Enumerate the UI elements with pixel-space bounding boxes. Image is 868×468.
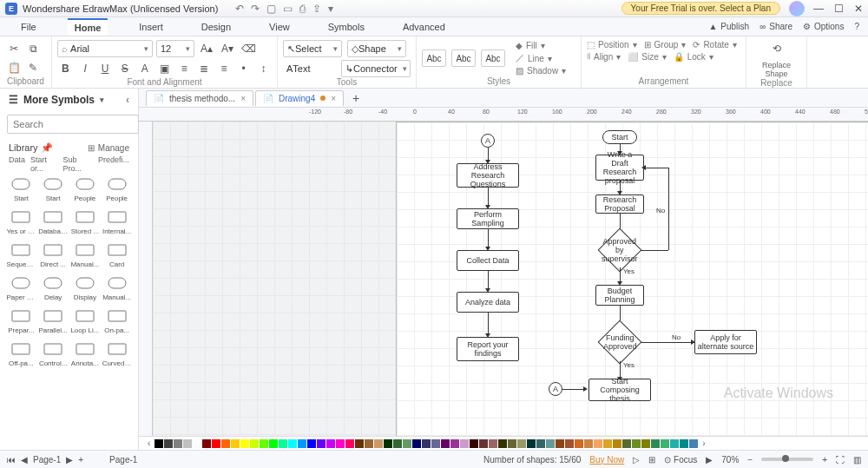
- color-swatch[interactable]: [221, 439, 230, 448]
- color-swatch[interactable]: [422, 439, 431, 448]
- shape-stencil[interactable]: Prepar...: [6, 308, 36, 334]
- color-swatch[interactable]: [479, 439, 488, 448]
- color-swatch[interactable]: [202, 439, 211, 448]
- hamburger-icon[interactable]: ☰: [9, 94, 18, 106]
- user-avatar[interactable]: [789, 1, 805, 16]
- add-page-icon[interactable]: +: [78, 455, 83, 465]
- publish-button[interactable]: ▲ Publish: [708, 22, 749, 31]
- shape-stencil[interactable]: Annota...: [70, 341, 100, 367]
- fill-button[interactable]: ◆ Fill ▾: [516, 41, 566, 50]
- color-swatch[interactable]: [326, 439, 335, 448]
- color-swatch[interactable]: [460, 439, 469, 448]
- color-swatch[interactable]: [680, 439, 688, 448]
- undo-icon[interactable]: ↶: [235, 3, 244, 15]
- align-button[interactable]: ⫴ Align▾: [587, 51, 621, 62]
- color-swatch[interactable]: [603, 439, 612, 448]
- select-tool-combo[interactable]: ↖ Select▾: [283, 40, 342, 57]
- color-swatch[interactable]: [403, 439, 411, 448]
- color-swatch[interactable]: [450, 439, 459, 448]
- play-icon[interactable]: ▶: [706, 455, 713, 465]
- color-swatch[interactable]: [279, 439, 287, 448]
- zoom-out-icon[interactable]: −: [747, 455, 753, 465]
- shape-stencil[interactable]: Off-pa...: [6, 341, 36, 367]
- decrease-font-icon[interactable]: A▾: [219, 40, 236, 57]
- shape-stencil[interactable]: Loop Li...: [70, 308, 100, 334]
- shape-stencil[interactable]: Start: [38, 176, 68, 202]
- open-icon[interactable]: ▭: [283, 3, 293, 15]
- present-icon[interactable]: ▷: [633, 455, 640, 465]
- collapse-sidebar-icon[interactable]: ‹: [126, 94, 129, 106]
- increase-font-icon[interactable]: A▴: [198, 40, 215, 57]
- color-swatch[interactable]: [212, 439, 220, 448]
- paste-icon[interactable]: 📋: [5, 59, 23, 76]
- size-button[interactable]: ⬜ Size▾: [628, 51, 666, 62]
- color-swatch[interactable]: [575, 439, 583, 448]
- font-color-icon[interactable]: A: [136, 60, 153, 77]
- manage-button[interactable]: ⊞ Manage: [88, 143, 129, 153]
- color-swatch[interactable]: [651, 439, 660, 448]
- color-swatch[interactable]: [661, 439, 669, 448]
- connector-a-top[interactable]: A: [481, 134, 495, 148]
- color-swatch[interactable]: [317, 439, 326, 448]
- format-painter-icon[interactable]: ✎: [24, 59, 42, 76]
- strike-button[interactable]: S: [116, 60, 133, 77]
- style-preset-1[interactable]: Abc: [422, 49, 446, 67]
- shape-stencil[interactable]: Database: [38, 209, 68, 235]
- document-tab-2[interactable]: 📄 Drawing4×: [255, 90, 344, 106]
- color-swatch[interactable]: [365, 439, 373, 448]
- page-tab[interactable]: Page-1: [109, 455, 137, 465]
- connector-tool-combo[interactable]: ↳ Connector▾: [341, 60, 411, 77]
- panels-icon[interactable]: ▥: [853, 455, 861, 465]
- node-approved-supervisor[interactable]: Approved by supervisor: [598, 228, 642, 273]
- group-button[interactable]: ⊞ Group▾: [644, 40, 687, 49]
- color-swatch[interactable]: [565, 439, 574, 448]
- node-research-proposal[interactable]: Research Proposal: [595, 194, 644, 214]
- zoom-slider[interactable]: [761, 458, 813, 461]
- print-icon[interactable]: ⎙: [299, 3, 306, 15]
- color-swatch[interactable]: [527, 439, 536, 448]
- color-swatch[interactable]: [517, 439, 526, 448]
- lock-button[interactable]: 🔒 Lock▾: [674, 51, 713, 62]
- line-button[interactable]: ／ Line ▾: [516, 52, 566, 64]
- color-swatch[interactable]: [231, 439, 240, 448]
- buy-now-link[interactable]: Buy Now: [589, 455, 624, 465]
- color-swatch[interactable]: [193, 439, 201, 448]
- more-symbols-label[interactable]: More Symbols: [23, 94, 95, 106]
- shape-stencil[interactable]: Manual...: [70, 242, 100, 268]
- shape-stencil[interactable]: On-pa...: [102, 308, 132, 334]
- node-start[interactable]: Start: [602, 130, 637, 144]
- shape-stencil[interactable]: Direct ...: [38, 242, 68, 268]
- color-swatch[interactable]: [584, 439, 593, 448]
- palette-next-icon[interactable]: ›: [699, 438, 708, 448]
- shape-stencil[interactable]: People: [70, 176, 100, 202]
- replace-shape-icon[interactable]: ⟲: [768, 40, 786, 57]
- shape-stencil[interactable]: Manual...: [102, 275, 132, 301]
- color-swatch[interactable]: [307, 439, 316, 448]
- color-swatch[interactable]: [556, 439, 564, 448]
- shape-stencil[interactable]: Paper T...: [6, 275, 36, 301]
- shape-stencil[interactable]: Start: [6, 176, 36, 202]
- color-swatch[interactable]: [536, 439, 545, 448]
- first-page-icon[interactable]: ⏮: [7, 455, 16, 465]
- drawing-canvas[interactable]: A Address Research Questions Perform Sam…: [139, 122, 868, 436]
- color-swatch[interactable]: [336, 439, 345, 448]
- color-swatch[interactable]: [412, 439, 421, 448]
- color-swatch[interactable]: [546, 439, 555, 448]
- line-spacing-icon[interactable]: ↕: [255, 60, 272, 77]
- clear-format-icon[interactable]: ⌫: [240, 40, 257, 57]
- color-swatch[interactable]: [298, 439, 306, 448]
- color-swatch[interactable]: [155, 439, 163, 448]
- node-funding-approved[interactable]: Funding Approved: [598, 320, 642, 365]
- menu-symbols[interactable]: Symbols: [321, 19, 372, 35]
- shape-stencil[interactable]: People: [102, 176, 132, 202]
- prev-page-icon[interactable]: ◀: [21, 455, 28, 465]
- color-swatch[interactable]: [260, 439, 268, 448]
- align-right-icon[interactable]: ≡: [216, 60, 233, 77]
- library-tab[interactable]: Data: [9, 155, 25, 173]
- slideshow-icon[interactable]: ⊞: [648, 455, 655, 465]
- menu-view[interactable]: View: [262, 19, 297, 35]
- fit-page-icon[interactable]: ⛶: [836, 455, 845, 465]
- library-tab[interactable]: Start or...: [30, 155, 57, 173]
- color-swatch[interactable]: [431, 439, 440, 448]
- node-budget-planning[interactable]: Budget Planning: [595, 285, 644, 306]
